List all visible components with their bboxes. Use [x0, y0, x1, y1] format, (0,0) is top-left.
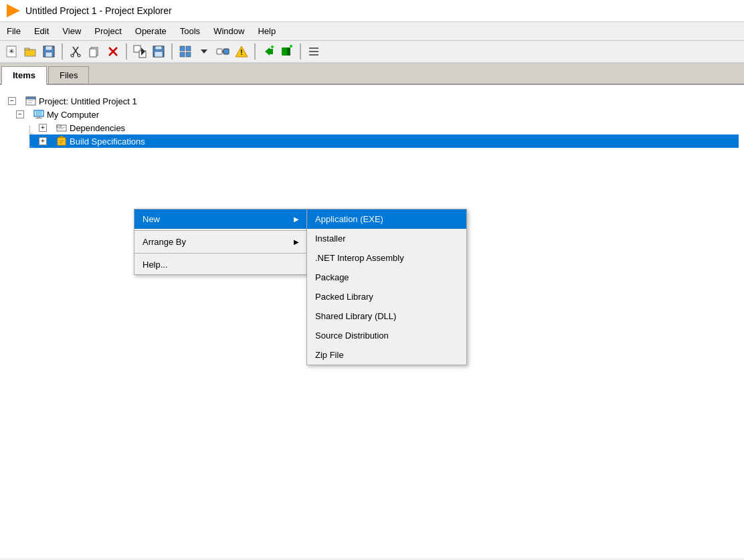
window-title: Untitled Project 1 - Project Explorer: [25, 5, 172, 16]
svg-rect-58: [60, 143, 62, 143]
menu-bar: File Edit View Project Operate Tools Win…: [0, 22, 744, 41]
toolbar-cut[interactable]: [67, 43, 84, 60]
sub-item-installer[interactable]: Installer: [307, 229, 466, 248]
menu-edit[interactable]: Edit: [27, 23, 56, 39]
ctx-item-new[interactable]: New ▶: [134, 209, 307, 229]
tab-items[interactable]: Items: [1, 66, 47, 85]
tree-item-mycomputer[interactable]: − My Computer: [16, 108, 739, 121]
svg-marker-56: [58, 136, 66, 138]
sub-label-package: Package: [315, 272, 349, 282]
svg-rect-27: [217, 49, 222, 54]
menu-file[interactable]: File: [0, 23, 27, 39]
toolbar-new-vi[interactable]: ✳: [3, 43, 20, 60]
ctx-label-help: Help...: [143, 260, 168, 270]
ctx-item-arrangeby[interactable]: Arrange By ▶: [134, 232, 307, 252]
sub-item-packed-library[interactable]: Packed Library: [307, 287, 466, 306]
ctx-sep1: [134, 230, 307, 231]
menu-tools[interactable]: Tools: [173, 23, 207, 39]
toolbar-save[interactable]: [40, 43, 58, 60]
app-icon: [7, 4, 20, 17]
ctx-item-help[interactable]: Help...: [134, 255, 307, 274]
sub-item-shared-library[interactable]: Shared Library (DLL): [307, 306, 466, 326]
svg-point-11: [78, 54, 80, 57]
toolbar-sep5: [300, 43, 301, 60]
menu-window[interactable]: Window: [207, 23, 251, 39]
svg-marker-32: [265, 48, 270, 56]
sub-label-source-dist: Source Distribution: [315, 331, 389, 341]
svg-rect-25: [186, 52, 191, 57]
sub-item-net-interop[interactable]: .NET Interop Assembly: [307, 248, 466, 268]
tree-item-buildspecs[interactable]: + Build Specifications: [29, 134, 739, 148]
svg-point-10: [71, 54, 74, 57]
svg-rect-6: [45, 46, 52, 50]
ctx-label-arrangeby: Arrange By: [143, 237, 186, 247]
toolbar-add-green2[interactable]: [278, 43, 296, 60]
ctx-arrow-arrangeby: ▶: [294, 238, 299, 246]
sub-label-net-interop: .NET Interop Assembly: [315, 253, 404, 263]
expand-buildspecs[interactable]: +: [39, 137, 47, 145]
svg-rect-48: [35, 111, 42, 116]
main-content: − Project: Untitled Project 1 −: [0, 85, 744, 558]
toolbar-save2[interactable]: [150, 43, 167, 60]
svg-rect-23: [186, 46, 191, 51]
expand-dependencies[interactable]: +: [39, 124, 47, 132]
submenu: Application (EXE) Installer .NET Interop…: [306, 209, 467, 365]
svg-text:!: !: [240, 49, 242, 56]
dependencies-icon: [56, 122, 67, 133]
tree-label-buildspecs: Build Specifications: [70, 136, 145, 147]
svg-rect-33: [270, 49, 273, 54]
ctx-label-new: New: [143, 214, 160, 224]
toolbar-link[interactable]: [214, 43, 231, 60]
tree-label-dependencies: Dependencies: [70, 123, 125, 133]
sub-item-app-exe[interactable]: Application (EXE): [307, 209, 466, 229]
expand-mycomputer[interactable]: −: [16, 110, 24, 118]
toolbar-sep2: [126, 43, 127, 60]
svg-rect-53: [58, 127, 65, 128]
svg-rect-21: [155, 52, 163, 57]
project-icon: [25, 96, 36, 106]
menu-help[interactable]: Help: [251, 23, 282, 39]
ctx-sep2: [134, 253, 307, 254]
svg-rect-4: [25, 48, 29, 50]
svg-marker-26: [201, 50, 207, 54]
svg-rect-49: [37, 116, 41, 118]
sub-item-package[interactable]: Package: [307, 268, 466, 287]
svg-rect-45: [28, 100, 33, 101]
toolbar-sep4: [254, 43, 256, 60]
toolbar-open[interactable]: [21, 43, 39, 60]
menu-view[interactable]: View: [56, 23, 88, 39]
svg-rect-46: [28, 102, 32, 103]
expand-project[interactable]: −: [8, 97, 16, 105]
svg-rect-44: [26, 97, 35, 99]
context-menu: New ▶ Arrange By ▶ Help...: [134, 209, 308, 275]
svg-rect-50: [35, 118, 42, 118]
menu-project[interactable]: Project: [88, 23, 128, 39]
tree-item-dependencies[interactable]: + Dependencies: [29, 121, 739, 134]
tree-item-project[interactable]: − Project: Untitled Project 1: [5, 94, 739, 108]
toolbar-copy[interactable]: [86, 43, 103, 60]
svg-text:✳: ✳: [9, 48, 14, 55]
svg-rect-7: [45, 52, 52, 57]
toolbar-dropdown[interactable]: [195, 43, 213, 60]
sub-item-zip-file[interactable]: Zip File: [307, 345, 466, 365]
toolbar-run-arrow[interactable]: [131, 43, 149, 60]
tab-files[interactable]: Files: [48, 66, 89, 84]
toolbar-warning[interactable]: !: [233, 43, 250, 60]
svg-rect-37: [287, 48, 290, 56]
sub-label-packed-library: Packed Library: [315, 292, 373, 302]
menu-operate[interactable]: Operate: [128, 23, 173, 39]
toolbar-list[interactable]: [305, 43, 322, 60]
svg-rect-57: [60, 141, 64, 141]
toolbar-sep1: [62, 43, 63, 60]
toolbar-delete[interactable]: [104, 43, 122, 60]
toolbar-grid[interactable]: [177, 43, 194, 60]
svg-rect-55: [58, 138, 66, 145]
tabs: Items Files: [0, 64, 744, 85]
title-bar: Untitled Project 1 - Project Explorer: [0, 0, 744, 22]
sub-label-installer: Installer: [315, 234, 346, 244]
toolbar-add-green1[interactable]: [260, 43, 277, 60]
sub-label-zip-file: Zip File: [315, 350, 344, 360]
buildspecs-icon: [56, 136, 67, 147]
svg-rect-52: [57, 125, 61, 127]
sub-item-source-dist[interactable]: Source Distribution: [307, 326, 466, 345]
